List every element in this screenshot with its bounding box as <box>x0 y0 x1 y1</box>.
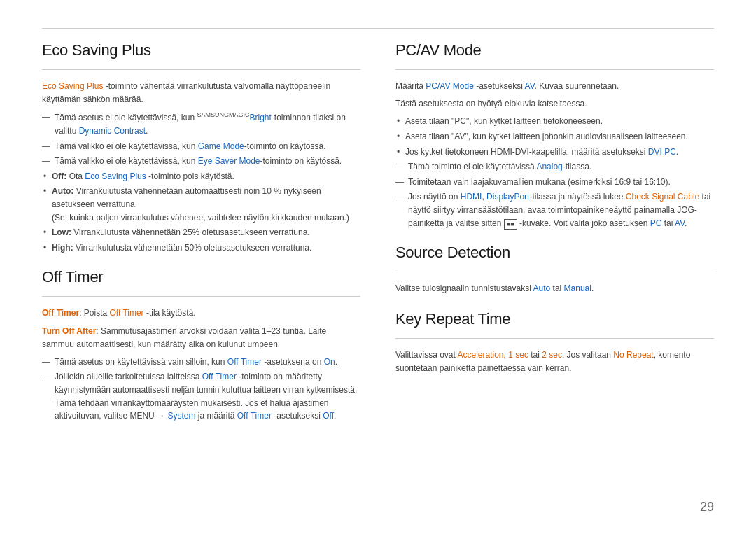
eco-saving-section: Eco Saving Plus Eco Saving Plus -toimint… <box>42 41 360 254</box>
off-timer-note-1: Tämä asetus on käytettävissä vain silloi… <box>42 356 360 369</box>
pc-link: PC <box>650 218 662 228</box>
off-timer-section: Off Timer Off Timer: Poista Off Timer -t… <box>42 268 360 423</box>
off-timer-para2: Turn Off After: Sammutusajastimen arvoks… <box>42 325 360 351</box>
pcav-note-3: Jos näyttö on HDMI, DisplayPort-tilassa … <box>396 190 714 230</box>
eco-saving-plus-link: Eco Saving Plus <box>42 81 103 91</box>
eco-off-link: Eco Saving Plus <box>85 171 146 181</box>
source-divider <box>396 272 714 272</box>
right-column: PC/AV Mode Määritä PC/AV Mode -asetuksek… <box>396 41 714 506</box>
av-link: AV <box>525 81 535 91</box>
eye-saver-link: Eye Saver Mode <box>198 156 260 166</box>
source-detection-section: Source Detection Valitse tulosignaalin t… <box>396 244 714 295</box>
top-divider <box>42 28 714 29</box>
key-repeat-title: Key Repeat Time <box>396 310 714 328</box>
source-detection-title: Source Detection <box>396 244 714 262</box>
two-column-layout: Eco Saving Plus Eco Saving Plus -toimint… <box>42 41 714 506</box>
eco-bullet-off: Off: Ota Eco Saving Plus -toiminto pois … <box>42 170 360 183</box>
pcav-intro: Määritä PC/AV Mode -asetukseksi AV. Kuva… <box>396 80 714 93</box>
pcav-divider <box>396 69 714 70</box>
auto-link: Auto <box>533 283 551 293</box>
off-timer-note-2: Joillekin alueille tarkoitetuissa laitte… <box>42 370 360 422</box>
eco-saving-title: Eco Saving Plus <box>42 41 360 59</box>
turn-off-after-label: Turn Off After <box>42 326 96 336</box>
off-timer-note1-link: Off Timer <box>227 357 262 367</box>
page-container: Eco Saving Plus Eco Saving Plus -toimint… <box>0 0 756 534</box>
off-timer-para1: Off Timer: Poista Off Timer -tila käytös… <box>42 307 360 320</box>
av-link2: AV <box>675 218 685 228</box>
hdmi-link: HDMI <box>461 192 482 202</box>
on-link: On <box>324 357 335 367</box>
eco-note-2: Tämä valikko ei ole käytettävissä, kun G… <box>42 140 360 153</box>
off-timer-link: Off Timer <box>109 308 144 318</box>
manual-link: Manual <box>564 283 592 293</box>
key-repeat-divider <box>396 338 714 339</box>
icon-box: ■■ <box>504 219 517 230</box>
acceleration-link: Acceleration <box>458 350 504 360</box>
system-link: System <box>167 411 195 421</box>
left-column: Eco Saving Plus Eco Saving Plus -toimint… <box>42 41 360 506</box>
off-timer-label: Off Timer <box>42 308 79 318</box>
pcav-note-2: Toimitetaan vain laajakuvamallien mukana… <box>396 176 714 189</box>
analog-link: Analog <box>536 162 562 171</box>
pcav-bullet-av: Aseta tilaan "AV", kun kytket laitteen j… <box>396 130 714 143</box>
eco-note-1: Tämä asetus ei ole käytettävissä, kun SA… <box>42 111 360 137</box>
key-repeat-section: Key Repeat Time Valittavissa ovat Accele… <box>396 310 714 375</box>
off-link: Off <box>323 411 334 421</box>
pcav-bullet-pc: Aseta tilaan "PC", kun kytket laitteen t… <box>396 115 714 128</box>
eco-bullet-auto: Auto: Virrankulutusta vähennetään automa… <box>42 185 360 224</box>
page-number: 29 <box>700 500 714 514</box>
pcav-title: PC/AV Mode <box>396 41 714 59</box>
off-timer-note2-link: Off Timer <box>202 372 237 381</box>
eco-intro: Eco Saving Plus -toiminto vähentää virra… <box>42 80 360 106</box>
check-signal-cable: Check Signal Cable <box>626 192 699 202</box>
eco-bullet-low: Low: Virrankulutusta vähennetään 25% ole… <box>42 226 360 239</box>
one-sec-link: 1 sec <box>508 350 528 360</box>
pcav-mode-link: PC/AV Mode <box>426 81 473 91</box>
key-repeat-text: Valittavissa ovat Acceleration, 1 sec ta… <box>396 349 714 375</box>
eco-section-divider <box>42 69 360 70</box>
pcav-section: PC/AV Mode Määritä PC/AV Mode -asetuksek… <box>396 41 714 230</box>
pcav-note-1: Tämä toiminto ei ole käytettävissä Analo… <box>396 160 714 174</box>
off-timer-title: Off Timer <box>42 268 360 286</box>
eco-bullet-high: High: Virrankulutusta vähennetään 50% ol… <box>42 241 360 255</box>
pcav-bullet-dvi: Jos kytket tietokoneen HDMI-DVI-kaapelil… <box>396 146 714 159</box>
game-mode-link: Game Mode <box>198 141 244 151</box>
off-timer-note2-link2: Off Timer <box>237 411 272 421</box>
magic-bright-link: Bright <box>249 113 271 122</box>
dvi-pc-link: DVI PC <box>648 147 676 157</box>
displayport-link: DisplayPort <box>486 192 529 202</box>
dynamic-contrast-link: Dynamic Contrast <box>79 126 146 136</box>
eco-note-3: Tämä valikko ei ole käytettävissä, kun E… <box>42 155 360 168</box>
pcav-intro2: Tästä asetuksesta on hyötyä elokuvia kat… <box>396 97 714 111</box>
no-repeat-link: No Repeat <box>613 350 653 360</box>
source-detection-text: Valitse tulosignaalin tunnistustavaksi A… <box>396 282 714 295</box>
two-sec-link: 2 sec <box>542 350 562 360</box>
off-timer-divider <box>42 296 360 297</box>
